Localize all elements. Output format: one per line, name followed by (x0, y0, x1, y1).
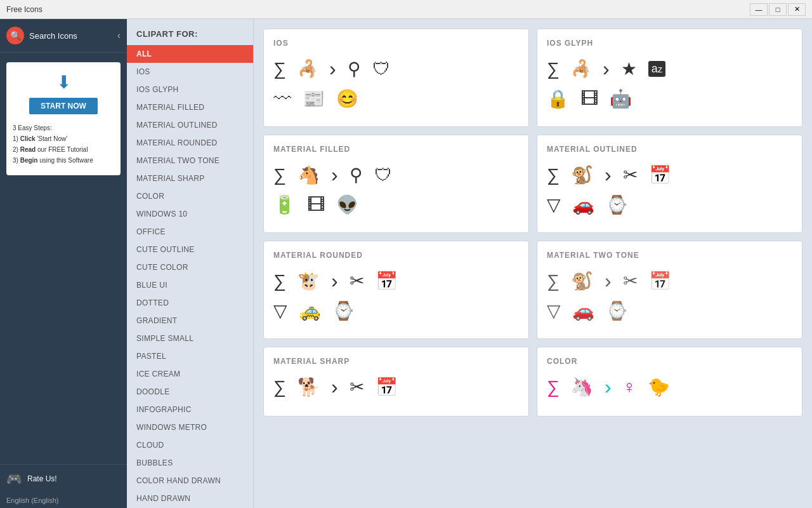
icon-creature[interactable]: 🦂 (571, 59, 591, 79)
icon-sigma[interactable]: ∑ (273, 59, 286, 79)
nav-item-windows-metro[interactable]: WINDOWS METRO (127, 418, 253, 436)
app-title: Free Icons (6, 5, 750, 14)
icon-scissors[interactable]: ✂ (350, 271, 364, 291)
category-material-sharp: MATERIAL SHARP ∑ 🐕 › ✂ 📅 (263, 347, 529, 417)
icon-unicorn[interactable]: 🦄 (571, 377, 593, 398)
nav-item-doodle[interactable]: DOODLE (127, 383, 253, 401)
nav-item-color-hand-drawn[interactable]: COLOR HAND DRAWN (127, 472, 253, 490)
icon-sigma-color[interactable]: ∑ (547, 377, 560, 398)
start-now-button[interactable]: START NOW (29, 98, 98, 114)
icon-calendar[interactable]: 📅 (376, 377, 398, 398)
icon-gender[interactable]: ⚲ (350, 164, 363, 185)
icon-dog[interactable]: 🐕 (298, 377, 320, 398)
icon-chevron[interactable]: › (605, 163, 612, 187)
icon-chevron[interactable]: › (605, 269, 612, 293)
icon-sigma[interactable]: ∑ (273, 377, 286, 398)
minimize-button[interactable]: — (750, 3, 768, 16)
icon-filter[interactable]: ▽ (547, 300, 561, 321)
icon-sigma[interactable]: ∑ (273, 165, 286, 185)
nav-item-material-filled[interactable]: MATERIAL FILLED (127, 98, 253, 116)
icon-robot[interactable]: 🤖 (610, 88, 632, 109)
close-button[interactable]: ✕ (788, 3, 806, 16)
icon-shield[interactable]: 🛡 (374, 164, 392, 185)
nav-item-bubbles[interactable]: BUBBLES (127, 454, 253, 472)
nav-item-ios-glyph[interactable]: IOS GLYPH (127, 81, 253, 98)
icon-film[interactable]: 🎞 (580, 88, 598, 109)
icon-chevron[interactable]: › (329, 57, 336, 81)
icon-sigma[interactable]: ∑ (547, 271, 560, 291)
category-material-rounded: MATERIAL ROUNDED ∑ 🐮 › ✂ 📅 ▽ 🚕 ⌚ (263, 241, 529, 339)
icon-amazon[interactable]: az (648, 61, 666, 77)
icon-scissors[interactable]: ✂ (350, 377, 364, 398)
icon-taxi[interactable]: 🚕 (299, 300, 321, 321)
icon-filter[interactable]: ▽ (547, 194, 561, 215)
nav-item-material-two-tone[interactable]: MATERIAL TWO TONE (127, 152, 253, 170)
nav-item-office[interactable]: OFFICE (127, 223, 253, 241)
icon-face[interactable]: 😊 (336, 88, 358, 109)
category-material-filled: MATERIAL FILLED ∑ 🐴 › ⚲ 🛡 🔋 🎞 👽 (263, 135, 529, 233)
restore-button[interactable]: □ (769, 3, 787, 16)
nav-item-material-sharp[interactable]: MATERIAL SHARP (127, 170, 253, 187)
nav-item-blue-ui[interactable]: BLUE UI (127, 276, 253, 294)
icon-car[interactable]: 🚗 (572, 194, 594, 215)
app-body: 🔍 Search Icons ‹ ⬇ START NOW 3 Easy Step… (0, 19, 812, 508)
icon-horse[interactable]: 🐴 (298, 164, 320, 185)
icon-chevron-color[interactable]: › (605, 375, 612, 399)
nav-item-gradient[interactable]: GRADIENT (127, 312, 253, 330)
nav-item-hand-drawn[interactable]: HAND DRAWN (127, 490, 253, 507)
icon-row: ∑ 🐒 › ✂ 📅 (547, 163, 792, 187)
icon-sigma[interactable]: ∑ (273, 271, 286, 291)
icon-watch[interactable]: ⌚ (606, 300, 628, 321)
nav-item-cute-color[interactable]: CUTE COLOR (127, 258, 253, 276)
icon-scissors[interactable]: ✂ (623, 271, 638, 291)
icon-shield[interactable]: 🛡 (372, 58, 390, 79)
icon-calendar[interactable]: 📅 (649, 164, 671, 185)
icon-calendar[interactable]: 📅 (649, 271, 671, 291)
icon-watch[interactable]: ⌚ (606, 194, 628, 215)
nav-item-material-rounded[interactable]: MATERIAL ROUNDED (127, 134, 253, 152)
icon-row: ∑ 🐴 › ⚲ 🛡 (273, 163, 519, 187)
icon-scissors[interactable]: ✂ (623, 164, 638, 185)
icon-mustache[interactable]: 〰 (273, 88, 291, 109)
nav-item-ice-cream[interactable]: ICE CREAM (127, 365, 253, 383)
nav-item-simple-small[interactable]: SIMPLE SMALL (127, 330, 253, 347)
icon-scorpion[interactable]: 🦂 (298, 59, 318, 79)
nav-item-windows-10[interactable]: WINDOWS 10 (127, 205, 253, 223)
icon-film[interactable]: 🎞 (307, 194, 325, 215)
icon-monkey[interactable]: 🐒 (571, 271, 593, 291)
icon-lock[interactable]: 🔒 (547, 88, 569, 109)
icon-chevron[interactable]: › (331, 163, 338, 187)
icon-watch[interactable]: ⌚ (332, 300, 355, 321)
icon-calendar[interactable]: 📅 (376, 271, 398, 291)
icon-star[interactable]: ★ (621, 58, 637, 79)
nav-item-all[interactable]: ALL (127, 45, 253, 63)
icon-newspaper[interactable]: 📰 (303, 88, 325, 109)
icon-female-sign[interactable]: ♀ (623, 377, 636, 398)
icon-filter[interactable]: ▽ (273, 300, 287, 321)
icon-chevron[interactable]: › (331, 269, 338, 293)
nav-item-cute-outline[interactable]: CUTE OUTLINE (127, 241, 253, 258)
icon-car[interactable]: 🚗 (572, 300, 594, 321)
icon-battery[interactable]: 🔋 (273, 194, 296, 215)
nav-item-dotted[interactable]: DOTTED (127, 294, 253, 312)
nav-item-material-outlined[interactable]: MATERIAL OUTLINED (127, 116, 253, 134)
icon-monkey[interactable]: 🐒 (571, 164, 593, 185)
nav-item-pastel[interactable]: PASTEL (127, 347, 253, 365)
icon-row: ▽ 🚗 ⌚ (547, 300, 792, 321)
icon-cow[interactable]: 🐮 (298, 271, 320, 291)
nav-item-infographic[interactable]: INFOGRAPHIC (127, 401, 253, 418)
icon-sigma[interactable]: ∑ (547, 59, 560, 79)
language-label: English (English) (0, 493, 127, 508)
icon-alien[interactable]: 👽 (336, 194, 358, 215)
icon-row: ▽ 🚕 ⌚ (273, 300, 519, 321)
nav-item-ios[interactable]: IOS (127, 63, 253, 81)
icon-chevron[interactable]: › (603, 57, 610, 81)
nav-item-color[interactable]: COLOR (127, 187, 253, 205)
icon-sigma[interactable]: ∑ (547, 165, 560, 185)
icon-chick[interactable]: 🐤 (648, 377, 670, 398)
icon-gender[interactable]: ⚲ (348, 58, 361, 79)
sidebar-toggle[interactable]: ‹ (117, 30, 121, 41)
icon-row: ▽ 🚗 ⌚ (547, 194, 792, 215)
nav-item-cloud[interactable]: CLOUD (127, 436, 253, 454)
icon-chevron[interactable]: › (331, 375, 338, 399)
